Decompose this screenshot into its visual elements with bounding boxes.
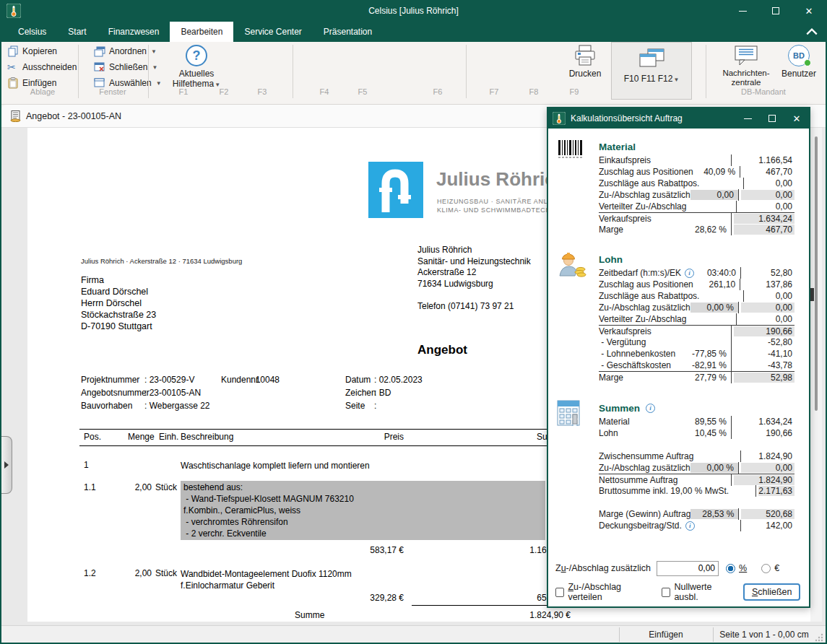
calc-row-value-col: 0,00 [743, 178, 794, 189]
calc-row-label: - Lohnnebenkosten [599, 349, 677, 359]
tab-finanzwesen[interactable]: Finanzwesen [98, 22, 170, 42]
worker-icon [557, 251, 590, 282]
adjust-extra-input[interactable] [657, 561, 719, 576]
company-logo [368, 162, 423, 218]
tab-bearbeiten[interactable]: Bearbeiten [170, 22, 233, 42]
calc-row-percent: 10,45 % [677, 428, 731, 438]
calc-row-percent: 27,79 % [677, 373, 731, 383]
calc-row-label: Zuschläge aus Rabattpos. [599, 178, 699, 188]
copy-button[interactable]: Kopieren [7, 44, 77, 58]
calc-row-percent[interactable]: 28,53 % [690, 509, 738, 519]
close-window-icon [94, 61, 105, 73]
help-topic-button[interactable]: ? Aktuelles Hilfethema▼ [165, 45, 228, 89]
user-button[interactable]: BD Benutzer [777, 45, 820, 79]
dialog-maximize-button[interactable] [760, 108, 784, 129]
calculation-dialog: Kalkulationsübersicht Auftrag ✕ Material… [547, 107, 810, 608]
page-info: Seite 1 von 1 - 0,00 cm [714, 626, 815, 643]
info-icon[interactable]: i [685, 521, 695, 531]
radio-percent[interactable]: % [726, 563, 747, 573]
calc-section-heading: Summeni [599, 400, 794, 416]
ribbon-group-divider [706, 45, 706, 98]
radio-euro-label: € [774, 563, 779, 573]
maximize-button[interactable] [759, 0, 792, 22]
calc-row-label: Zu-/Abschlag zusätzlich [599, 190, 690, 200]
clipboard-icon [7, 77, 19, 89]
radio-percent-dot [726, 564, 735, 573]
document-scrollbar[interactable] [810, 128, 822, 622]
item-pos: 1 [84, 460, 89, 470]
calc-row-percent: 40,09 % [693, 167, 740, 177]
f10-f11-f12-button[interactable]: F10 F11 F12▼ [611, 42, 692, 100]
item-qty: 2,00 [108, 482, 152, 492]
calc-row: Zuschläge aus Rabattpos.0,00 [599, 178, 794, 189]
company-line: Julius Röhrich [417, 245, 531, 256]
calc-row-value: 467,70 [742, 167, 794, 177]
phone-line: Telefon (07141) 73 97 21 [417, 301, 514, 311]
cut-label: Ausschneiden [22, 62, 77, 72]
calc-row-value: 142,00 [743, 521, 794, 531]
checkbox-hide-zero-label: Nullwerte ausbl. [674, 582, 735, 602]
calc-row-percent: 03:40:0 [694, 268, 740, 278]
calc-row-label: Einkaufspreis [599, 155, 677, 165]
scrollbar-thumb[interactable] [815, 136, 818, 411]
checkbox-distribute[interactable]: Zu-/Abschlag verteilen [555, 582, 653, 602]
dialog-footer: Zu-/Abschlag zusätzlich % € Zu-/Abschlag… [555, 560, 800, 601]
scissors-icon: ✂ [7, 61, 19, 73]
calc-row-value-col: 1.824,90 [731, 474, 794, 486]
user-label: Benutzer [777, 69, 820, 79]
print-button[interactable]: Drucken [559, 45, 611, 79]
checkbox-hide-zero-box [662, 588, 670, 597]
calc-row-label: Zuschläge aus Rabattpos. [599, 291, 699, 301]
message-center-button[interactable]: Nachrichten- zentrale [718, 45, 774, 87]
info-icon[interactable]: i [685, 269, 694, 278]
close-windows-button[interactable]: Schließen▼ [94, 60, 162, 74]
chevron-down-icon: ▼ [151, 48, 157, 55]
tab-start[interactable]: Start [57, 22, 97, 42]
dialog-minimize-button[interactable] [735, 108, 760, 129]
chevron-down-icon: ▼ [673, 77, 679, 83]
dialog-body: MaterialEinkaufspreis1.166,54Zuschlag au… [548, 129, 809, 606]
calc-row-value-col: 1.634,24 [731, 213, 794, 225]
status-bar: Einfügen Seite 1 von 1 - 0,00 cm [1, 625, 826, 643]
tab-celsius[interactable]: Celsius [7, 22, 57, 42]
checkbox-distribute-box [555, 588, 564, 597]
table-header-einh: Einh. [159, 432, 178, 442]
chevron-down-icon: ▼ [156, 80, 162, 87]
radio-euro[interactable]: € [761, 563, 779, 573]
dialog-close-button[interactable]: ✕ [784, 108, 809, 129]
info-icon[interactable]: i [646, 404, 655, 413]
checkbox-hide-zero[interactable]: Nullwerte ausbl. [662, 582, 735, 602]
fkey-label-f3: F3 [239, 87, 285, 96]
ribbon-collapse-icon[interactable] [805, 26, 818, 38]
calc-section-title: Summen [599, 403, 640, 414]
resize-grip-icon[interactable] [815, 633, 823, 642]
calc-section-title: Material [599, 142, 636, 152]
tab-service-center[interactable]: Service Center [233, 22, 312, 42]
ribbon-group-divider [466, 45, 467, 98]
radio-euro-dot [761, 564, 771, 573]
cut-button[interactable]: ✂ Ausschneiden [7, 60, 77, 74]
description-line: - verchromtes Röhrensifon [183, 516, 542, 528]
calc-row: Zu-/Abschlag zusätzlich0,00 %0,00 [599, 302, 794, 313]
group-label-fenster: Fenster [90, 87, 136, 96]
calc-row-value-col: 52,98 [731, 372, 794, 383]
calc-row: Lohn10,45 %190,66 [599, 427, 794, 439]
meta-cell: : 02.05.2023 [374, 375, 423, 385]
minimize-button[interactable] [726, 0, 759, 22]
ribbon: Kopieren ✂ Ausschneiden Einfügen Anordne… [1, 42, 826, 105]
panel-expand-handle[interactable] [1, 436, 12, 494]
calc-row-percent[interactable]: 0,00 [690, 190, 738, 200]
calc-row: Deckungsbeitrag/Std.i142,00 [599, 520, 794, 531]
arrange-button[interactable]: Anordnen▼ [94, 44, 162, 58]
close-button[interactable]: Schließen [743, 583, 800, 601]
tab-präsentation[interactable]: Präsentation [313, 22, 383, 42]
close-button-window[interactable]: ✕ [792, 0, 826, 22]
table-header-rule [79, 429, 571, 430]
fkey-label-f9: F9 [551, 87, 597, 96]
recipient-line: Firma [81, 274, 156, 286]
calc-row-percent[interactable]: 0,00 % [690, 463, 738, 473]
windows-stack-icon [638, 48, 665, 71]
calc-row-percent[interactable]: 0,00 % [690, 303, 738, 313]
calc-section-material: MaterialEinkaufspreis1.166,54Zuschlag au… [599, 139, 794, 235]
dialog-title: Kalkulationsübersicht Auftrag [571, 113, 683, 123]
